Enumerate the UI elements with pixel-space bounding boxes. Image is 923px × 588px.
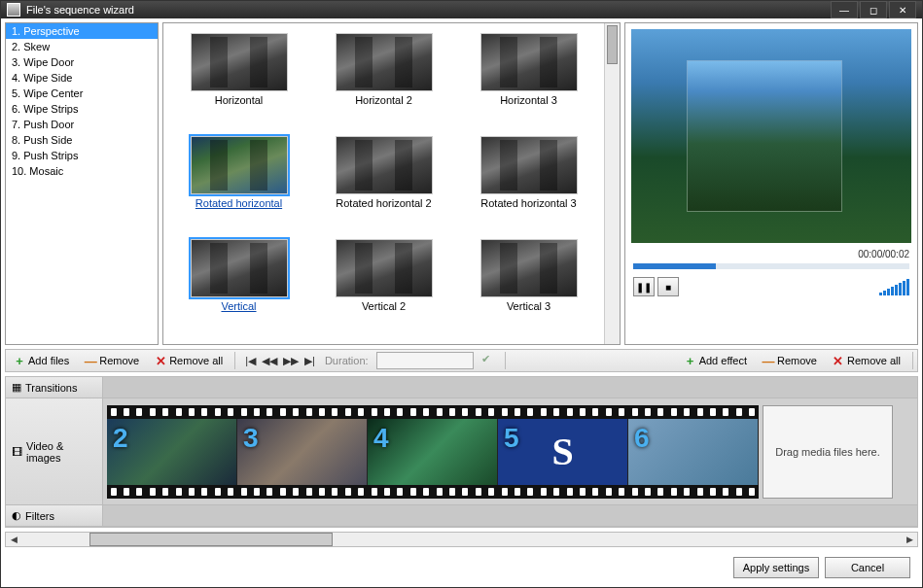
video-row-label: 🎞Video & images xyxy=(6,398,103,504)
clip[interactable]: 6 xyxy=(628,419,759,485)
preview-time: 00:00/00:02 xyxy=(625,249,917,259)
category-list[interactable]: 1. Perspective 2. Skew 3. Wipe Door 4. W… xyxy=(5,22,159,345)
apply-settings-button[interactable]: Apply settings xyxy=(733,557,819,578)
category-item[interactable]: 5. Wipe Center xyxy=(6,86,158,101)
nav-next-icon[interactable]: ▶▶ xyxy=(281,355,301,367)
transition-thumb[interactable]: Rotated horizontal xyxy=(169,136,308,231)
preview-progress[interactable] xyxy=(633,263,909,269)
transition-gallery: Horizontal Horizontal 2 Horizontal 3 Rot… xyxy=(163,23,604,344)
app-icon xyxy=(7,3,20,17)
transitions-track[interactable] xyxy=(103,377,917,398)
filters-icon: ◐ xyxy=(12,509,21,522)
category-item[interactable]: 4. Wipe Side xyxy=(6,70,158,86)
filters-track[interactable] xyxy=(103,505,917,526)
category-item[interactable]: 10. Mosaic xyxy=(6,163,158,179)
nav-last-icon[interactable]: ▶| xyxy=(302,355,317,367)
volume-indicator[interactable] xyxy=(879,279,909,295)
minus-icon: — xyxy=(85,355,96,366)
toolbar: +Add files —Remove ✕Remove all |◀ ◀◀ ▶▶ … xyxy=(5,349,918,372)
maximize-button[interactable]: ◻ xyxy=(860,1,887,18)
transition-thumb[interactable]: Vertical 2 xyxy=(314,239,453,334)
x-icon: ✕ xyxy=(155,355,166,366)
clip[interactable]: 4 xyxy=(368,419,498,485)
category-item[interactable]: 8. Push Side xyxy=(6,132,158,148)
add-effect-button[interactable]: +Add effect xyxy=(681,353,751,368)
remove-button[interactable]: —Remove xyxy=(81,353,143,368)
timeline: ▦Transitions 🎞Video & images 2 3 xyxy=(5,376,918,528)
filters-row-label: ◐Filters xyxy=(6,505,103,526)
category-item[interactable]: 7. Push Door xyxy=(6,117,158,132)
nav-prev-icon[interactable]: ◀◀ xyxy=(260,355,279,367)
cancel-button[interactable]: Cancel xyxy=(825,557,910,578)
video-icon: 🎞 xyxy=(12,446,22,458)
remove-effect-button[interactable]: —Remove xyxy=(759,353,821,368)
transitions-row-label: ▦Transitions xyxy=(6,377,103,398)
transition-thumb[interactable]: Vertical xyxy=(169,239,308,334)
window-title: File's sequence wizard xyxy=(26,4,831,16)
clip[interactable]: 2 xyxy=(107,419,237,485)
preview-screen xyxy=(631,29,911,243)
transition-thumb[interactable]: Horizontal xyxy=(169,33,308,128)
add-files-button[interactable]: +Add files xyxy=(10,353,73,368)
remove-all-button[interactable]: ✕Remove all xyxy=(151,353,227,368)
transition-thumb[interactable]: Horizontal 2 xyxy=(314,33,453,128)
preview-panel: 00:00/00:02 ❚❚ ■ xyxy=(624,22,918,345)
category-item[interactable]: 3. Wipe Door xyxy=(6,54,158,70)
nav-first-icon[interactable]: |◀ xyxy=(243,355,258,367)
transition-thumb[interactable]: Rotated horizontal 2 xyxy=(314,136,453,231)
plus-icon: + xyxy=(685,355,696,366)
scroll-handle[interactable] xyxy=(89,533,333,546)
close-button[interactable]: ✕ xyxy=(889,1,916,18)
check-icon[interactable]: ✔ xyxy=(481,353,497,368)
clip[interactable]: 3 xyxy=(237,419,368,485)
category-item[interactable]: 9. Push Strips xyxy=(6,148,158,163)
gallery-scrollbar[interactable] xyxy=(604,23,620,344)
titlebar: File's sequence wizard — ◻ ✕ xyxy=(1,1,922,18)
timeline-scrollbar[interactable]: ◀ ▶ xyxy=(5,532,918,547)
category-item[interactable]: 1. Perspective xyxy=(6,23,158,39)
x-icon: ✕ xyxy=(833,355,844,366)
dropzone[interactable]: Drag media files here. xyxy=(763,405,893,499)
duration-label: Duration: xyxy=(325,355,369,366)
stop-button[interactable]: ■ xyxy=(657,277,679,296)
transition-thumb[interactable]: Horizontal 3 xyxy=(459,33,598,128)
transition-thumb[interactable]: Rotated horizontal 3 xyxy=(459,136,598,231)
duration-input[interactable] xyxy=(376,352,474,369)
video-track[interactable]: 2 3 4 5 xyxy=(103,398,917,504)
scroll-right-icon[interactable]: ▶ xyxy=(902,533,917,546)
transitions-icon: ▦ xyxy=(12,381,21,394)
clip[interactable]: 5 xyxy=(498,419,628,485)
plus-icon: + xyxy=(14,355,25,366)
pause-button[interactable]: ❚❚ xyxy=(633,277,655,296)
transition-thumb[interactable]: Vertical 3 xyxy=(459,239,598,334)
category-item[interactable]: 6. Wipe Strips xyxy=(6,101,158,117)
category-item[interactable]: 2. Skew xyxy=(6,39,158,54)
remove-all-effects-button[interactable]: ✕Remove all xyxy=(829,353,905,368)
minus-icon: — xyxy=(763,355,774,366)
minimize-button[interactable]: — xyxy=(831,1,858,18)
scroll-left-icon[interactable]: ◀ xyxy=(6,533,21,546)
nav-arrows: |◀ ◀◀ ▶▶ ▶| xyxy=(243,355,317,367)
